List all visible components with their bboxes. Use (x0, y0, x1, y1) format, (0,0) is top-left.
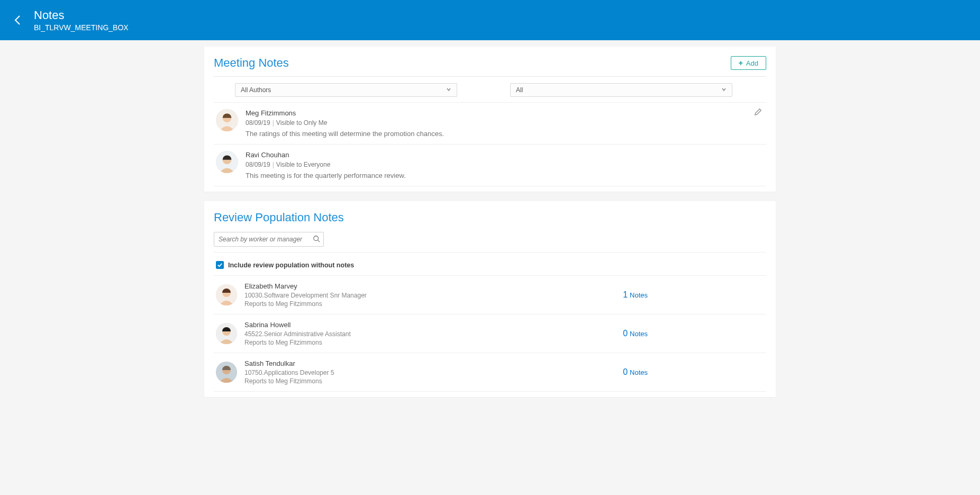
people-list: Elizabeth Marvey10030.Software Developme… (214, 276, 766, 392)
svg-point-4 (314, 236, 319, 240)
meeting-notes-title: Meeting Notes (214, 56, 289, 70)
notes-count-label: Notes (630, 368, 648, 376)
page-subtitle: BI_TLRVW_MEETING_BOX (34, 23, 129, 32)
note-author: Ravi Chouhan (246, 151, 764, 159)
note-visibility: Visible to Only Me (276, 119, 328, 127)
note-body: Ravi Chouhan08/09/19|Visible to Everyone… (246, 151, 764, 179)
person-reports-to: Reports to Meg Fitzimmons (244, 377, 623, 385)
person-info: Satish Tendulkar10750.Applications Devel… (244, 359, 623, 385)
notes-count-link[interactable]: 0Notes (623, 329, 648, 338)
header-titles: Notes BI_TLRVW_MEETING_BOX (34, 8, 129, 32)
avatar (216, 362, 237, 383)
meeting-notes-card: Meeting Notes + Add All Authors All Meg … (204, 47, 776, 192)
note-author: Meg Fitzimmons (246, 109, 764, 117)
note-date: 08/09/19 (246, 161, 270, 168)
notes-count-label: Notes (630, 330, 648, 338)
note-date: 08/09/19 (246, 119, 270, 127)
notes-count-number: 0 (623, 367, 628, 377)
plus-icon: + (739, 59, 743, 67)
note-body: Meg Fitzimmons08/09/19|Visible to Only M… (246, 109, 764, 138)
meeting-notes-list: Meg Fitzimmons08/09/19|Visible to Only M… (214, 103, 766, 186)
person-reports-to: Reports to Meg Fitzimmons (244, 339, 623, 346)
person-name: Sabrina Howell (244, 321, 623, 329)
notes-count-link[interactable]: 1Notes (623, 290, 648, 300)
edit-note-button[interactable] (755, 108, 762, 117)
note-row: Ravi Chouhan08/09/19|Visible to Everyone… (214, 145, 766, 186)
add-note-label: Add (746, 59, 758, 67)
avatar (216, 284, 237, 305)
note-visibility: Visible to Everyone (276, 161, 331, 168)
back-button[interactable] (8, 11, 28, 30)
avatar (216, 109, 238, 131)
pencil-icon (755, 108, 762, 115)
review-population-card: Review Population Notes Include review p… (204, 201, 776, 397)
person-info: Sabrina Howell45522.Senior Administrativ… (244, 321, 623, 346)
search-wrap (214, 232, 766, 247)
review-population-title: Review Population Notes (214, 211, 766, 224)
person-role: 45522.Senior Administrative Assistant (244, 330, 623, 338)
avatar (216, 323, 237, 344)
note-text: The ratings of this meeting will determi… (246, 130, 764, 138)
person-role: 10750.Applications Developer 5 (244, 369, 623, 376)
chevron-down-icon (721, 86, 727, 94)
notes-count-label: Notes (630, 291, 648, 299)
visibility-filter-value: All (516, 86, 523, 94)
notes-count-number: 0 (623, 329, 628, 338)
chevron-left-icon (13, 14, 23, 26)
page-content: Meeting Notes + Add All Authors All Meg … (204, 47, 776, 397)
note-meta: 08/09/19|Visible to Only Me (246, 119, 764, 127)
svg-line-5 (318, 240, 320, 242)
notes-count-number: 1 (623, 290, 628, 300)
include-without-notes-checkbox[interactable] (216, 261, 224, 269)
person-role: 10030.Software Development Snr Manager (244, 292, 623, 299)
separator: | (273, 161, 274, 168)
note-meta: 08/09/19|Visible to Everyone (246, 161, 764, 168)
meeting-notes-header: Meeting Notes + Add (214, 56, 766, 77)
app-header: Notes BI_TLRVW_MEETING_BOX (0, 0, 980, 40)
person-name: Elizabeth Marvey (244, 282, 623, 290)
person-reports-to: Reports to Meg Fitzimmons (244, 300, 623, 308)
author-filter-value: All Authors (241, 86, 271, 94)
author-filter-select[interactable]: All Authors (235, 83, 457, 97)
person-info: Elizabeth Marvey10030.Software Developme… (244, 282, 623, 308)
visibility-filter-select[interactable]: All (510, 83, 732, 97)
notes-count-link[interactable]: 0Notes (623, 367, 648, 377)
add-note-button[interactable]: + Add (731, 56, 766, 70)
note-text: This meeting is for the quarterly perfor… (246, 172, 764, 179)
filter-row: All Authors All (214, 83, 766, 103)
search-input[interactable] (219, 236, 313, 243)
avatar (216, 151, 238, 173)
separator: | (273, 119, 274, 127)
person-name: Satish Tendulkar (244, 359, 623, 367)
page-title: Notes (34, 8, 129, 22)
person-row: Satish Tendulkar10750.Applications Devel… (214, 353, 766, 392)
search-box (214, 232, 324, 247)
include-without-notes-label: Include review population without notes (228, 262, 354, 269)
divider (214, 252, 766, 253)
note-row: Meg Fitzimmons08/09/19|Visible to Only M… (214, 103, 766, 145)
person-row: Elizabeth Marvey10030.Software Developme… (214, 276, 766, 314)
chevron-down-icon (446, 86, 451, 94)
person-row: Sabrina Howell45522.Senior Administrativ… (214, 314, 766, 353)
include-without-notes-row: Include review population without notes (214, 257, 766, 276)
search-icon[interactable] (313, 235, 320, 244)
